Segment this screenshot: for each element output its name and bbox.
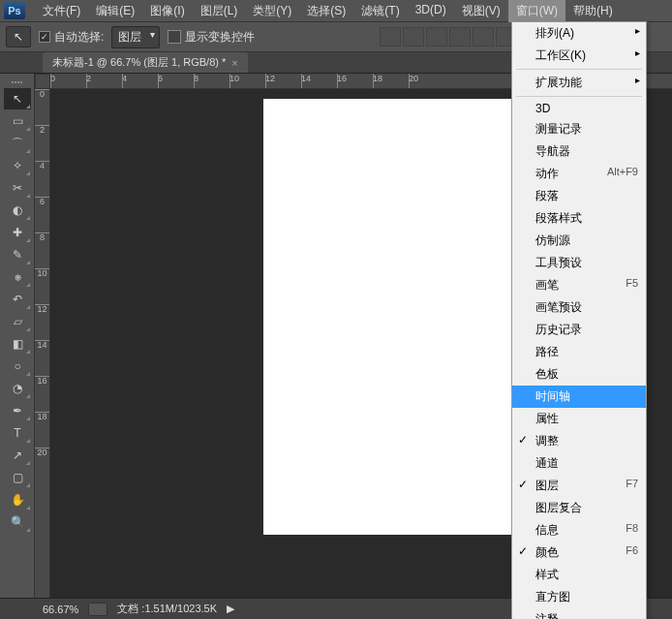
marquee-tool[interactable]: ▭ <box>4 110 31 132</box>
move-tool[interactable]: ↖ <box>4 88 31 109</box>
hand-tool[interactable]: ✋ <box>4 489 31 511</box>
menu-帮助h[interactable]: 帮助(H) <box>565 0 621 22</box>
history-brush-tool[interactable]: ↶ <box>4 289 31 310</box>
status-icon[interactable] <box>88 603 107 616</box>
dodge-tool[interactable]: ◔ <box>4 378 31 399</box>
menu-item-段落[interactable]: 段落 <box>512 185 646 207</box>
menu-item-label: 历史记录 <box>535 322 582 338</box>
menu-item-label: 导航器 <box>535 143 570 160</box>
document-info[interactable]: 文档 :1.51M/1023.5K <box>117 602 217 616</box>
ruler-tick: 0 <box>35 89 49 125</box>
menu-视图v[interactable]: 视图(V) <box>454 0 508 22</box>
align-left-button[interactable] <box>449 27 471 46</box>
ruler-origin[interactable] <box>35 74 50 89</box>
ruler-tick: 16 <box>337 74 373 83</box>
layer-select-dropdown[interactable]: 图层 <box>111 26 160 48</box>
status-arrow-icon[interactable]: ▶ <box>227 603 234 615</box>
menu-item-工作区(K)[interactable]: 工作区(K) <box>512 45 646 67</box>
blur-tool[interactable]: ○ <box>4 356 31 377</box>
brush-tool[interactable]: ✎ <box>4 244 31 265</box>
menu-item-测量记录[interactable]: 测量记录 <box>512 118 646 140</box>
align-hcenter-button[interactable] <box>473 27 494 46</box>
menu-图层l[interactable]: 图层(L) <box>193 0 246 22</box>
menu-item-label: 动作 <box>535 166 559 182</box>
ruler-tick: 6 <box>158 74 194 83</box>
checkbox-icon <box>168 30 181 44</box>
zoom-level[interactable]: 66.67% <box>43 604 78 615</box>
gradient-tool[interactable]: ◧ <box>4 333 31 355</box>
menu-item-段落样式[interactable]: 段落样式 <box>512 207 646 230</box>
menu-item-图层[interactable]: ✓图层F7 <box>512 475 646 497</box>
move-tool-preset-icon[interactable]: ↖ <box>6 26 31 47</box>
toolbox: ↖▭⌒✧✂◐✚✎⎈↶▱◧○◔✒T↗▢✋🔍 <box>0 74 35 598</box>
menu-item-调整[interactable]: ✓调整 <box>512 430 646 452</box>
menu-item-画笔[interactable]: 画笔F5 <box>512 274 646 296</box>
menu-item-仿制源[interactable]: 仿制源 <box>512 230 646 252</box>
menu-item-历史记录[interactable]: 历史记录 <box>512 319 646 341</box>
magic-wand-tool[interactable]: ✧ <box>4 155 31 176</box>
ruler-tick: 8 <box>35 232 49 268</box>
menu-item-导航器[interactable]: 导航器 <box>512 140 646 163</box>
menu-item-画笔预设[interactable]: 画笔预设 <box>512 296 646 319</box>
healing-tool[interactable]: ✚ <box>4 222 31 243</box>
menu-类型y[interactable]: 类型(Y) <box>245 0 299 22</box>
menu-item-label: 仿制源 <box>535 232 570 249</box>
ruler-tick: 0 <box>50 74 86 83</box>
zoom-tool[interactable]: 🔍 <box>4 511 31 533</box>
menu-item-排列(A)[interactable]: 排列(A) <box>512 22 646 45</box>
check-icon: ✓ <box>518 544 528 558</box>
menu-item-label: 信息 <box>535 522 559 539</box>
menu-item-工具预设[interactable]: 工具预设 <box>512 252 646 274</box>
menu-item-label: 测量记录 <box>535 121 582 138</box>
menu-选择s[interactable]: 选择(S) <box>299 0 353 22</box>
menubar: Ps 文件(F)编辑(E)图像(I)图层(L)类型(Y)选择(S)滤镜(T)3D… <box>0 0 672 21</box>
menu-item-属性[interactable]: 属性 <box>512 408 646 430</box>
menu-item-图层复合[interactable]: 图层复合 <box>512 497 646 519</box>
menu-图像i[interactable]: 图像(I) <box>142 0 192 22</box>
rectangle-tool[interactable]: ▢ <box>4 467 31 488</box>
menu-文件f[interactable]: 文件(F) <box>35 0 88 22</box>
menu-窗口w[interactable]: 窗口(W) <box>508 0 565 22</box>
menu-item-直方图[interactable]: 直方图 <box>512 586 646 608</box>
stamp-tool[interactable]: ⎈ <box>4 266 31 288</box>
menu-item-通道[interactable]: 通道 <box>512 452 646 475</box>
pen-tool[interactable]: ✒ <box>4 400 31 421</box>
ruler-tick: 6 <box>35 197 49 232</box>
align-bottom-button[interactable] <box>426 27 447 46</box>
menu-item-动作[interactable]: 动作Alt+F9 <box>512 163 646 185</box>
menu-item-label: 样式 <box>535 567 559 583</box>
lasso-tool[interactable]: ⌒ <box>4 133 31 154</box>
document-tab[interactable]: 未标题-1 @ 66.7% (图层 1, RGB/8) * × <box>43 52 248 73</box>
eraser-tool[interactable]: ▱ <box>4 311 31 332</box>
checkbox-icon: ✓ <box>39 31 50 43</box>
close-icon[interactable]: × <box>231 57 237 69</box>
menu-3dd[interactable]: 3D(D) <box>408 0 454 22</box>
menu-item-注释[interactable]: 注释 <box>512 608 646 619</box>
menu-shortcut: Alt+F9 <box>607 166 638 182</box>
type-tool[interactable]: T <box>4 422 31 444</box>
auto-select-checkbox[interactable]: ✓ 自动选择: <box>39 29 104 46</box>
menu-滤镜t[interactable]: 滤镜(T) <box>353 0 407 22</box>
menu-item-3D[interactable]: 3D <box>512 99 646 118</box>
path-select-tool[interactable]: ↗ <box>4 445 31 466</box>
ruler-vertical[interactable]: 02468101214161820 <box>35 89 50 598</box>
ruler-tick: 20 <box>409 74 444 83</box>
align-top-button[interactable] <box>380 27 401 46</box>
crop-tool[interactable]: ✂ <box>4 177 31 199</box>
transform-controls-checkbox[interactable]: 显示变换控件 <box>168 29 255 46</box>
menu-item-时间轴[interactable]: 时间轴 <box>512 386 646 408</box>
eyedropper-tool[interactable]: ◐ <box>4 200 31 221</box>
menu-item-label: 画笔预设 <box>535 299 582 316</box>
menu-item-label: 图层 <box>535 478 559 494</box>
menu-item-颜色[interactable]: ✓颜色F6 <box>512 542 646 564</box>
align-vcenter-button[interactable] <box>403 27 424 46</box>
menu-item-信息[interactable]: 信息F8 <box>512 519 646 542</box>
menu-编辑e[interactable]: 编辑(E) <box>88 0 142 22</box>
menu-item-路径[interactable]: 路径 <box>512 341 646 363</box>
menu-item-label: 排列(A) <box>535 25 574 42</box>
toolbox-grip[interactable] <box>0 77 34 87</box>
menu-item-扩展功能[interactable]: 扩展功能 <box>512 72 646 94</box>
menu-item-色板[interactable]: 色板 <box>512 363 646 386</box>
menu-separator <box>516 69 642 70</box>
menu-item-样式[interactable]: 样式 <box>512 564 646 586</box>
